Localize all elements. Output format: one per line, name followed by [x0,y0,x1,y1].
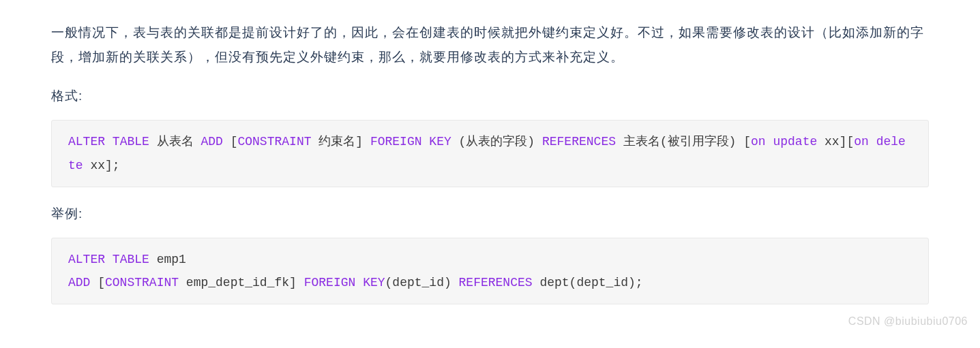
intro-paragraph: 一般情况下，表与表的关联都是提前设计好了的，因此，会在创建表的时候就把外键约束定… [51,20,929,69]
format-label: 格式: [51,84,929,108]
example-label: 举例: [51,202,929,225]
code-block-format: ALTER TABLE 从表名 ADD [CONSTRAINT 约束名] FOR… [51,120,929,187]
watermark-text: CSDN @biubiubiu0706 [848,315,968,328]
code-block-example: ALTER TABLE emp1 ADD [CONSTRAINT emp_dep… [51,238,929,304]
